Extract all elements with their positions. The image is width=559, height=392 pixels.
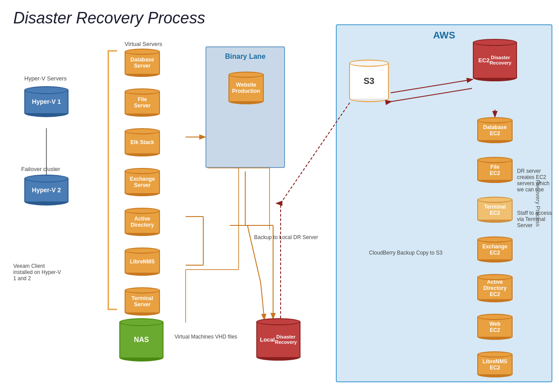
- terminal-ec2-top: [477, 197, 513, 203]
- elk-stack-label: Elk Stack: [125, 131, 160, 153]
- web-ec2-top: [477, 314, 513, 320]
- website-production-top: [228, 72, 264, 78]
- db-server-top: [125, 49, 160, 55]
- cloudberry-label: CloudBerry Backup Copy to S3: [369, 250, 442, 256]
- file-server-label: FileServer: [125, 91, 160, 114]
- page-title: Disaster Recovery Process: [13, 9, 205, 27]
- active-directory-label: ActiveDirectory: [125, 211, 160, 233]
- db-server-cylinder: DatabaseServer: [125, 49, 160, 77]
- exchange-server-label: ExchangeServer: [125, 171, 160, 193]
- hyperv1-cylinder: Hyper-V 1: [24, 86, 68, 117]
- exchange-server-cylinder: ExchangeServer: [125, 168, 160, 196]
- file-server-top: [125, 88, 160, 95]
- failover-label: Failover cluster: [21, 166, 60, 172]
- hyperv1-top: [24, 86, 68, 94]
- local-dr-cylinder: LocalDisasterRecovery: [256, 318, 300, 361]
- file-ec2-cylinder: FileEC2: [477, 157, 513, 183]
- terminal-server-top: [125, 287, 160, 293]
- exchange-ec2-cylinder: ExchangeEC2: [477, 236, 513, 263]
- db-server-label: DatabaseServer: [125, 52, 160, 74]
- db-ec2-top: [477, 117, 513, 123]
- web-ec2-cylinder: WebEC2: [477, 314, 513, 340]
- hyperv2-cylinder: Hyper-V 2: [24, 175, 68, 206]
- active-directory-top: [125, 208, 160, 214]
- terminal-ec2-cylinder: TerminalEC2: [477, 197, 513, 223]
- nas-note: Virtual Machines VHD files: [175, 334, 237, 340]
- terminal-server-cylinder: TerminalServer: [125, 287, 160, 316]
- librenms-top: [125, 247, 160, 254]
- ec2-dr-top: [473, 39, 517, 46]
- active-dir-ec2-top: [477, 274, 513, 280]
- terminal-server-label: TerminalServer: [125, 290, 160, 312]
- active-directory-cylinder: ActiveDirectory: [125, 208, 160, 236]
- aws-title: AWS: [433, 30, 455, 41]
- exchange-server-top: [125, 168, 160, 174]
- backup-label: Backup to Local DR Server: [254, 234, 318, 240]
- local-dr-label: LocalDisasterRecovery: [256, 322, 300, 357]
- active-dir-ec2-cylinder: ActiveDirectoryEC2: [477, 274, 513, 302]
- staff-note: Staff to access via Terminal Server: [517, 210, 557, 228]
- ec2-dr-label: EC2DisasterRecovery: [473, 42, 517, 78]
- dr-server-note: DR server creates EC2 servers which we c…: [517, 168, 557, 193]
- hyperv-servers-label: Hyper-V Servers: [24, 75, 67, 82]
- active-dir-ec2-label: ActiveDirectoryEC2: [477, 277, 513, 299]
- file-ec2-top: [477, 157, 513, 163]
- s3-cylinder: S3: [349, 60, 389, 102]
- librenms-ec2-cylinder: LibreNMSEC2: [477, 351, 513, 377]
- local-dr-top: [256, 318, 300, 325]
- librenms-cylinder: LibreNMS: [125, 247, 160, 276]
- exchange-ec2-top: [477, 236, 513, 243]
- virtual-servers-label: Virtual Servers: [125, 41, 162, 47]
- file-server-cylinder: FileServer: [125, 88, 160, 117]
- ec2-dr-cylinder: EC2DisasterRecovery: [473, 39, 517, 81]
- elk-stack-top: [125, 128, 160, 134]
- hyperv2-top: [24, 175, 68, 183]
- db-ec2-cylinder: DatabaseEC2: [477, 117, 513, 143]
- veeam-label: Veeam Client installed on Hyper-V 1 and …: [13, 263, 62, 282]
- nas-cylinder: NAS: [119, 318, 164, 362]
- s3-label: S3: [349, 63, 389, 99]
- nas-label: NAS: [119, 322, 164, 358]
- website-production-cylinder: WebsiteProduction: [228, 72, 264, 104]
- librenms-ec2-top: [477, 351, 513, 358]
- s3-top: [349, 60, 389, 67]
- librenms-label: LibreNMS: [125, 251, 160, 273]
- binary-lane-box: Binary Lane WebsiteProduction: [205, 46, 285, 168]
- website-production-label: WebsiteProduction: [228, 75, 264, 101]
- binary-lane-title: Binary Lane: [225, 53, 266, 61]
- elk-stack-cylinder: Elk Stack: [125, 128, 160, 156]
- nas-top: [119, 318, 164, 326]
